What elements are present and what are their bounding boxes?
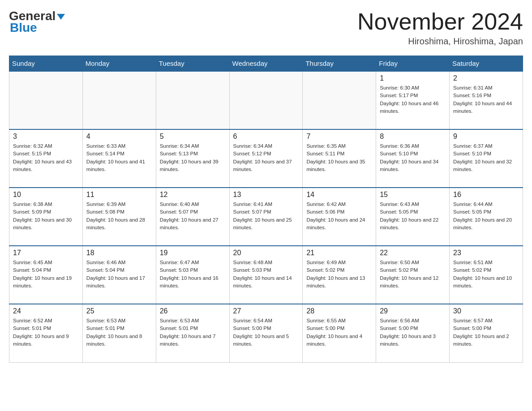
calendar-day-cell: 3Sunrise: 6:32 AMSunset: 5:15 PMDaylight… <box>9 129 83 188</box>
calendar-day-cell: 22Sunrise: 6:50 AMSunset: 5:02 PMDayligh… <box>376 246 450 304</box>
calendar-day-cell: 4Sunrise: 6:33 AMSunset: 5:14 PMDaylight… <box>82 129 156 188</box>
day-info: Sunrise: 6:50 AMSunset: 5:02 PMDaylight:… <box>380 259 446 290</box>
calendar-day-header: Wednesday <box>229 56 303 72</box>
calendar-day-header: Sunday <box>9 56 83 72</box>
calendar-day-cell: 12Sunrise: 6:40 AMSunset: 5:07 PMDayligh… <box>156 188 229 246</box>
day-info: Sunrise: 6:46 AMSunset: 5:04 PMDaylight:… <box>86 259 152 290</box>
calendar-day-cell: 26Sunrise: 6:53 AMSunset: 5:01 PMDayligh… <box>156 304 229 362</box>
day-info: Sunrise: 6:41 AMSunset: 5:07 PMDaylight:… <box>233 201 299 231</box>
day-info: Sunrise: 6:57 AMSunset: 5:00 PMDaylight:… <box>453 317 519 348</box>
calendar-week-row: 17Sunrise: 6:45 AMSunset: 5:04 PMDayligh… <box>9 246 523 304</box>
day-info: Sunrise: 6:42 AMSunset: 5:06 PMDaylight:… <box>306 201 372 231</box>
calendar-day-cell <box>82 71 156 129</box>
title-area: November 2024 Hiroshima, Hiroshima, Japa… <box>357 9 523 47</box>
day-number: 29 <box>380 307 446 315</box>
day-number: 24 <box>13 307 79 315</box>
calendar-day-header: Thursday <box>303 56 376 72</box>
day-info: Sunrise: 6:34 AMSunset: 5:12 PMDaylight:… <box>233 142 299 173</box>
calendar-week-row: 1Sunrise: 6:30 AMSunset: 5:17 PMDaylight… <box>9 71 523 129</box>
day-number: 30 <box>453 307 519 315</box>
day-number: 27 <box>233 307 299 315</box>
calendar-day-cell <box>303 71 376 129</box>
day-number: 28 <box>306 307 372 315</box>
calendar-day-cell: 20Sunrise: 6:48 AMSunset: 5:03 PMDayligh… <box>229 246 303 304</box>
calendar-day-cell <box>9 71 83 129</box>
calendar-day-cell: 21Sunrise: 6:49 AMSunset: 5:02 PMDayligh… <box>303 246 376 304</box>
day-info: Sunrise: 6:54 AMSunset: 5:00 PMDaylight:… <box>233 317 299 348</box>
calendar-day-cell: 27Sunrise: 6:54 AMSunset: 5:00 PMDayligh… <box>229 304 303 362</box>
day-info: Sunrise: 6:40 AMSunset: 5:07 PMDaylight:… <box>160 201 226 231</box>
calendar-week-row: 3Sunrise: 6:32 AMSunset: 5:15 PMDaylight… <box>9 129 523 188</box>
day-number: 5 <box>160 133 226 141</box>
calendar-day-cell: 18Sunrise: 6:46 AMSunset: 5:04 PMDayligh… <box>82 246 156 304</box>
calendar-day-cell: 30Sunrise: 6:57 AMSunset: 5:00 PMDayligh… <box>450 304 523 362</box>
day-info: Sunrise: 6:33 AMSunset: 5:14 PMDaylight:… <box>86 142 152 173</box>
day-number: 10 <box>13 191 79 199</box>
day-info: Sunrise: 6:36 AMSunset: 5:10 PMDaylight:… <box>380 142 446 173</box>
calendar-day-cell: 13Sunrise: 6:41 AMSunset: 5:07 PMDayligh… <box>229 188 303 246</box>
logo-triangle-icon <box>57 14 65 20</box>
day-number: 9 <box>453 133 519 141</box>
calendar-day-cell: 14Sunrise: 6:42 AMSunset: 5:06 PMDayligh… <box>303 188 376 246</box>
day-info: Sunrise: 6:37 AMSunset: 5:10 PMDaylight:… <box>453 142 519 173</box>
calendar-day-cell: 10Sunrise: 6:38 AMSunset: 5:09 PMDayligh… <box>9 188 83 246</box>
calendar-day-cell <box>229 71 303 129</box>
day-info: Sunrise: 6:55 AMSunset: 5:00 PMDaylight:… <box>306 317 372 348</box>
day-number: 21 <box>306 249 372 257</box>
calendar-day-cell: 17Sunrise: 6:45 AMSunset: 5:04 PMDayligh… <box>9 246 83 304</box>
day-number: 13 <box>233 191 299 199</box>
day-info: Sunrise: 6:48 AMSunset: 5:03 PMDaylight:… <box>233 259 299 290</box>
calendar-week-row: 24Sunrise: 6:52 AMSunset: 5:01 PMDayligh… <box>9 304 523 362</box>
calendar-day-header: Saturday <box>450 56 523 72</box>
calendar-day-header: Monday <box>82 56 156 72</box>
day-number: 25 <box>86 307 152 315</box>
day-number: 26 <box>160 307 226 315</box>
day-info: Sunrise: 6:45 AMSunset: 5:04 PMDaylight:… <box>13 259 79 290</box>
day-number: 6 <box>233 133 299 141</box>
calendar-day-cell: 2Sunrise: 6:31 AMSunset: 5:16 PMDaylight… <box>450 71 523 129</box>
day-number: 15 <box>380 191 446 199</box>
calendar-day-cell: 24Sunrise: 6:52 AMSunset: 5:01 PMDayligh… <box>9 304 83 362</box>
calendar-day-cell: 5Sunrise: 6:34 AMSunset: 5:13 PMDaylight… <box>156 129 229 188</box>
calendar-table: SundayMondayTuesdayWednesdayThursdayFrid… <box>9 56 523 363</box>
day-info: Sunrise: 6:35 AMSunset: 5:11 PMDaylight:… <box>306 142 372 173</box>
calendar-day-cell: 15Sunrise: 6:43 AMSunset: 5:05 PMDayligh… <box>376 188 450 246</box>
day-number: 19 <box>160 249 226 257</box>
day-info: Sunrise: 6:39 AMSunset: 5:08 PMDaylight:… <box>86 201 152 231</box>
day-info: Sunrise: 6:38 AMSunset: 5:09 PMDaylight:… <box>13 201 79 231</box>
calendar-day-cell: 28Sunrise: 6:55 AMSunset: 5:00 PMDayligh… <box>303 304 376 362</box>
calendar-day-cell: 25Sunrise: 6:53 AMSunset: 5:01 PMDayligh… <box>82 304 156 362</box>
calendar-day-cell: 19Sunrise: 6:47 AMSunset: 5:03 PMDayligh… <box>156 246 229 304</box>
day-number: 18 <box>86 249 152 257</box>
logo-blue-text: Blue <box>10 21 37 35</box>
day-info: Sunrise: 6:30 AMSunset: 5:17 PMDaylight:… <box>380 84 446 115</box>
day-number: 4 <box>86 133 152 141</box>
day-number: 3 <box>13 133 79 141</box>
calendar-day-cell: 16Sunrise: 6:44 AMSunset: 5:05 PMDayligh… <box>450 188 523 246</box>
day-info: Sunrise: 6:56 AMSunset: 5:00 PMDaylight:… <box>380 317 446 348</box>
page-header: General Blue November 2024 Hiroshima, Hi… <box>9 9 523 47</box>
day-number: 16 <box>453 191 519 199</box>
day-number: 23 <box>453 249 519 257</box>
day-info: Sunrise: 6:43 AMSunset: 5:05 PMDaylight:… <box>380 201 446 231</box>
day-number: 14 <box>306 191 372 199</box>
day-info: Sunrise: 6:44 AMSunset: 5:05 PMDaylight:… <box>453 201 519 231</box>
day-info: Sunrise: 6:53 AMSunset: 5:01 PMDaylight:… <box>86 317 152 348</box>
day-info: Sunrise: 6:51 AMSunset: 5:02 PMDaylight:… <box>453 259 519 290</box>
day-number: 12 <box>160 191 226 199</box>
calendar-header-row: SundayMondayTuesdayWednesdayThursdayFrid… <box>9 56 523 72</box>
day-number: 20 <box>233 249 299 257</box>
calendar-day-cell: 29Sunrise: 6:56 AMSunset: 5:00 PMDayligh… <box>376 304 450 362</box>
calendar-day-header: Friday <box>376 56 450 72</box>
calendar-week-row: 10Sunrise: 6:38 AMSunset: 5:09 PMDayligh… <box>9 188 523 246</box>
calendar-day-cell: 8Sunrise: 6:36 AMSunset: 5:10 PMDaylight… <box>376 129 450 188</box>
calendar-day-cell: 9Sunrise: 6:37 AMSunset: 5:10 PMDaylight… <box>450 129 523 188</box>
day-info: Sunrise: 6:32 AMSunset: 5:15 PMDaylight:… <box>13 142 79 173</box>
day-number: 7 <box>306 133 372 141</box>
day-info: Sunrise: 6:34 AMSunset: 5:13 PMDaylight:… <box>160 142 226 173</box>
calendar-day-cell: 23Sunrise: 6:51 AMSunset: 5:02 PMDayligh… <box>450 246 523 304</box>
calendar-day-cell: 1Sunrise: 6:30 AMSunset: 5:17 PMDaylight… <box>376 71 450 129</box>
day-number: 11 <box>86 191 152 199</box>
day-number: 2 <box>453 74 519 82</box>
day-info: Sunrise: 6:47 AMSunset: 5:03 PMDaylight:… <box>160 259 226 290</box>
